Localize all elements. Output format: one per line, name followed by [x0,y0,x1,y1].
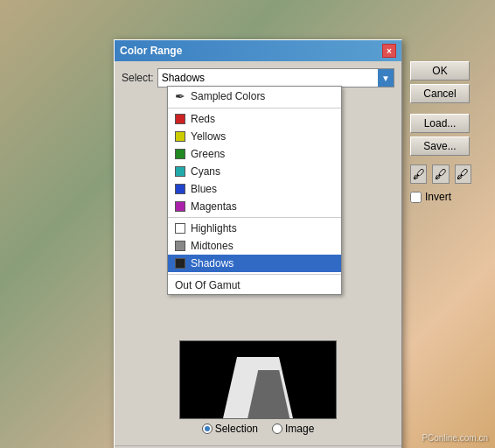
invert-checkbox[interactable] [410,192,422,203]
dropdown-item-outofgamut[interactable]: Out Of Gamut [168,276,341,294]
radio-selection[interactable]: Selection [202,423,258,435]
dropdown-item-magentas[interactable]: Magentas [168,198,341,215]
reds-swatch [175,114,185,124]
dropdown-item-blues[interactable]: Blues [168,180,341,198]
select-dropdown[interactable]: Shadows ▼ [157,68,394,88]
eyedropper-group: 🖋 🖋 🖋 [410,164,471,184]
dropdown-item-outofgamut-label: Out Of Gamut [175,279,241,291]
select-value: Shadows [162,72,390,84]
dropdown-item-sampled[interactable]: ✒ Sampled Colors [168,87,341,106]
color-range-dialog: Color Range × OK Cancel Load... Save... … [114,39,402,448]
dropdown-item-yellows-label: Yellows [191,130,226,143]
dialog-body: OK Cancel Load... Save... 🖋 🖋 🖋 Invert S… [115,61,401,445]
dropdown-item-sampled-label: Sampled Colors [191,90,265,102]
dialog-titlebar: Color Range × [115,40,401,61]
cancel-button[interactable]: Cancel [410,84,470,103]
close-button[interactable]: × [382,44,396,58]
dropdown-item-reds[interactable]: Reds [168,110,341,128]
midtones-swatch [175,241,185,251]
sampled-icon: ✒ [175,89,185,103]
eyedropper-remove[interactable]: 🖋 [455,164,471,184]
dropdown-item-highlights-label: Highlights [191,222,237,234]
dropdown-item-yellows[interactable]: Yellows [168,128,341,145]
cyans-swatch [175,166,185,177]
dropdown-item-midtones-label: Midtones [191,240,234,252]
radio-image-label: Image [285,423,314,435]
select-row: Select: Shadows ▼ [122,68,394,88]
ok-button[interactable]: OK [410,61,470,80]
dropdown-item-magentas-label: Magentas [191,200,237,213]
dropdown-item-blues-label: Blues [191,183,217,195]
dropdown-divider-2 [168,217,341,218]
dropdown-item-greens-label: Greens [191,148,225,160]
invert-row: Invert [410,191,471,203]
watermark: PConline.com.cn [422,433,488,443]
dropdown-item-cyans-label: Cyans [191,165,220,178]
radio-row: Selection Image [122,423,394,435]
select-label: Select: [122,72,154,84]
dropdown-item-cyans[interactable]: Cyans [168,163,341,180]
radio-image[interactable]: Image [272,423,314,435]
radio-selection-dot [202,424,213,434]
select-arrow-icon: ▼ [378,69,394,87]
load-button[interactable]: Load... [410,114,470,133]
shadows-swatch [175,258,185,269]
save-button[interactable]: Save... [410,136,470,156]
invert-label: Invert [425,191,451,203]
side-buttons: OK Cancel Load... Save... 🖋 🖋 🖋 Invert [410,61,471,203]
dropdown-menu: ✒ Sampled Colors Reds Yellows Greens [167,86,342,295]
dialog-title: Color Range [120,45,182,57]
dropdown-item-greens[interactable]: Greens [168,145,341,163]
dropdown-item-shadows-label: Shadows [191,257,234,270]
eyedropper-sample[interactable]: 🖋 [410,164,427,184]
dropdown-divider-1 [168,108,341,108]
dropdown-item-reds-label: Reds [191,113,215,125]
dropdown-item-midtones[interactable]: Midtones [168,237,341,255]
dropdown-item-shadows[interactable]: Shadows [168,255,341,272]
highlights-swatch [175,223,185,234]
preview-image [179,340,337,419]
blues-swatch [175,184,185,194]
greens-swatch [175,149,185,159]
dropdown-divider-3 [168,274,341,275]
radio-image-dot [272,424,282,434]
yellows-swatch [175,131,185,142]
dropdown-item-highlights[interactable]: Highlights [168,220,341,237]
eyedropper-add[interactable]: 🖋 [432,164,449,184]
magentas-swatch [175,201,185,212]
radio-selection-label: Selection [215,423,258,435]
